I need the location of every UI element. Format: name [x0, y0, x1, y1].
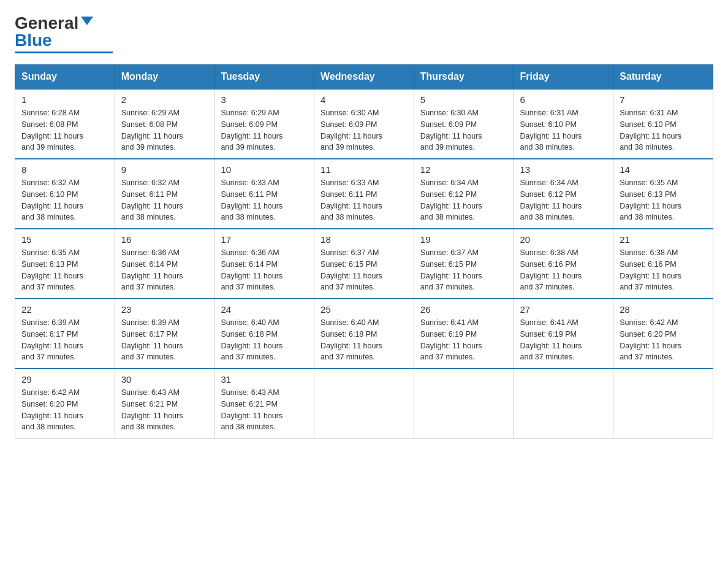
daylight-label: Daylight: 11 hoursand 38 minutes.: [21, 412, 83, 432]
sunrise-label: Sunrise: 6:32 AM: [21, 178, 80, 187]
week-row-2: 8 Sunrise: 6:32 AM Sunset: 6:10 PM Dayli…: [15, 159, 713, 229]
day-info: Sunrise: 6:37 AM Sunset: 6:15 PM Dayligh…: [420, 247, 507, 293]
day-info: Sunrise: 6:40 AM Sunset: 6:18 PM Dayligh…: [221, 317, 308, 363]
day-info: Sunrise: 6:37 AM Sunset: 6:15 PM Dayligh…: [320, 247, 408, 293]
daylight-label: Daylight: 11 hoursand 37 minutes.: [121, 342, 183, 362]
day-info: Sunrise: 6:32 AM Sunset: 6:11 PM Dayligh…: [121, 177, 208, 223]
day-number: 9: [121, 164, 208, 175]
day-cell: 31 Sunrise: 6:43 AM Sunset: 6:21 PM Dayl…: [214, 369, 314, 439]
day-cell: 24 Sunrise: 6:40 AM Sunset: 6:18 PM Dayl…: [214, 299, 314, 369]
day-info: Sunrise: 6:33 AM Sunset: 6:11 PM Dayligh…: [221, 177, 308, 223]
day-info: Sunrise: 6:38 AM Sunset: 6:16 PM Dayligh…: [620, 247, 707, 293]
day-cell: 18 Sunrise: 6:37 AM Sunset: 6:15 PM Dayl…: [314, 229, 414, 299]
day-number: 10: [221, 164, 308, 175]
page-header: General Blue: [15, 15, 713, 53]
logo-underline: [15, 52, 113, 53]
sunset-label: Sunset: 6:08 PM: [121, 120, 178, 129]
sunset-label: Sunset: 6:10 PM: [21, 190, 78, 199]
sunrise-label: Sunrise: 6:38 AM: [620, 248, 678, 257]
sunset-label: Sunset: 6:18 PM: [221, 330, 277, 339]
sunset-label: Sunset: 6:10 PM: [520, 120, 577, 129]
day-cell: 9 Sunrise: 6:32 AM Sunset: 6:11 PM Dayli…: [115, 159, 214, 229]
day-number: 22: [21, 304, 108, 315]
logo-blue-text: Blue: [15, 32, 52, 49]
daylight-label: Daylight: 11 hoursand 37 minutes.: [420, 342, 482, 362]
day-number: 28: [620, 304, 707, 315]
day-number: 16: [121, 234, 208, 245]
day-number: 29: [21, 374, 108, 385]
header-cell-tuesday: Tuesday: [214, 65, 314, 90]
day-cell: 2 Sunrise: 6:29 AM Sunset: 6:08 PM Dayli…: [115, 89, 214, 159]
sunrise-label: Sunrise: 6:42 AM: [21, 388, 80, 397]
daylight-label: Daylight: 11 hoursand 37 minutes.: [320, 272, 382, 292]
daylight-label: Daylight: 11 hoursand 37 minutes.: [620, 272, 681, 292]
header-cell-saturday: Saturday: [613, 65, 713, 90]
day-cell: 6 Sunrise: 6:31 AM Sunset: 6:10 PM Dayli…: [514, 89, 613, 159]
sunset-label: Sunset: 6:16 PM: [520, 260, 577, 269]
sunrise-label: Sunrise: 6:38 AM: [520, 248, 578, 257]
sunset-label: Sunset: 6:13 PM: [620, 190, 676, 199]
day-cell: 7 Sunrise: 6:31 AM Sunset: 6:10 PM Dayli…: [613, 89, 713, 159]
sunrise-label: Sunrise: 6:39 AM: [21, 318, 80, 327]
day-number: 31: [221, 374, 308, 385]
sunset-label: Sunset: 6:19 PM: [520, 330, 577, 339]
day-number: 21: [620, 234, 707, 245]
day-info: Sunrise: 6:40 AM Sunset: 6:18 PM Dayligh…: [320, 317, 408, 363]
daylight-label: Daylight: 11 hoursand 38 minutes.: [420, 202, 482, 222]
sunrise-label: Sunrise: 6:35 AM: [21, 248, 80, 257]
sunrise-label: Sunrise: 6:41 AM: [520, 318, 578, 327]
day-number: 18: [320, 234, 408, 245]
day-cell: 12 Sunrise: 6:34 AM Sunset: 6:12 PM Dayl…: [414, 159, 514, 229]
daylight-label: Daylight: 11 hoursand 38 minutes.: [520, 202, 582, 222]
sunrise-label: Sunrise: 6:40 AM: [221, 318, 279, 327]
sunset-label: Sunset: 6:15 PM: [320, 260, 377, 269]
sunrise-label: Sunrise: 6:30 AM: [420, 109, 479, 117]
day-info: Sunrise: 6:31 AM Sunset: 6:10 PM Dayligh…: [620, 107, 707, 153]
sunset-label: Sunset: 6:18 PM: [320, 330, 377, 339]
sunrise-label: Sunrise: 6:33 AM: [221, 178, 279, 187]
day-cell: 22 Sunrise: 6:39 AM Sunset: 6:17 PM Dayl…: [15, 299, 115, 369]
daylight-label: Daylight: 11 hoursand 38 minutes.: [121, 412, 183, 432]
sunset-label: Sunset: 6:14 PM: [221, 260, 277, 269]
daylight-label: Daylight: 11 hoursand 38 minutes.: [320, 202, 382, 222]
daylight-label: Daylight: 11 hoursand 38 minutes.: [121, 202, 183, 222]
sunset-label: Sunset: 6:14 PM: [121, 260, 178, 269]
daylight-label: Daylight: 11 hoursand 37 minutes.: [420, 272, 482, 292]
sunset-label: Sunset: 6:21 PM: [221, 400, 277, 408]
day-cell: 17 Sunrise: 6:36 AM Sunset: 6:14 PM Dayl…: [214, 229, 314, 299]
day-number: 19: [420, 234, 507, 245]
sunrise-label: Sunrise: 6:33 AM: [320, 178, 379, 187]
sunrise-label: Sunrise: 6:34 AM: [520, 178, 578, 187]
sunset-label: Sunset: 6:09 PM: [420, 120, 477, 129]
daylight-label: Daylight: 11 hoursand 37 minutes.: [21, 342, 83, 362]
sunrise-label: Sunrise: 6:31 AM: [520, 109, 578, 117]
sunrise-label: Sunrise: 6:43 AM: [221, 388, 279, 397]
day-cell: 19 Sunrise: 6:37 AM Sunset: 6:15 PM Dayl…: [414, 229, 514, 299]
week-row-4: 22 Sunrise: 6:39 AM Sunset: 6:17 PM Dayl…: [15, 299, 713, 369]
day-number: 12: [420, 164, 507, 175]
header-row: SundayMondayTuesdayWednesdayThursdayFrid…: [15, 65, 713, 90]
sunset-label: Sunset: 6:09 PM: [221, 120, 277, 129]
day-cell: 16 Sunrise: 6:36 AM Sunset: 6:14 PM Dayl…: [115, 229, 214, 299]
sunrise-label: Sunrise: 6:36 AM: [221, 248, 279, 257]
week-row-3: 15 Sunrise: 6:35 AM Sunset: 6:13 PM Dayl…: [15, 229, 713, 299]
day-info: Sunrise: 6:28 AM Sunset: 6:08 PM Dayligh…: [21, 107, 108, 153]
sunrise-label: Sunrise: 6:36 AM: [121, 248, 180, 257]
day-cell: 21 Sunrise: 6:38 AM Sunset: 6:16 PM Dayl…: [613, 229, 713, 299]
day-number: 15: [21, 234, 108, 245]
day-number: 17: [221, 234, 308, 245]
day-cell: 3 Sunrise: 6:29 AM Sunset: 6:09 PM Dayli…: [214, 89, 314, 159]
header-cell-monday: Monday: [115, 65, 214, 90]
daylight-label: Daylight: 11 hoursand 38 minutes.: [21, 202, 83, 222]
sunrise-label: Sunrise: 6:41 AM: [420, 318, 479, 327]
sunset-label: Sunset: 6:15 PM: [420, 260, 477, 269]
day-cell: [314, 369, 414, 439]
day-number: 3: [221, 94, 308, 105]
day-number: 27: [520, 304, 607, 315]
day-info: Sunrise: 6:41 AM Sunset: 6:19 PM Dayligh…: [520, 317, 607, 363]
day-info: Sunrise: 6:35 AM Sunset: 6:13 PM Dayligh…: [21, 247, 108, 293]
sunrise-label: Sunrise: 6:31 AM: [620, 109, 678, 117]
day-cell: 13 Sunrise: 6:34 AM Sunset: 6:12 PM Dayl…: [514, 159, 613, 229]
day-number: 24: [221, 304, 308, 315]
sunset-label: Sunset: 6:11 PM: [320, 190, 377, 199]
